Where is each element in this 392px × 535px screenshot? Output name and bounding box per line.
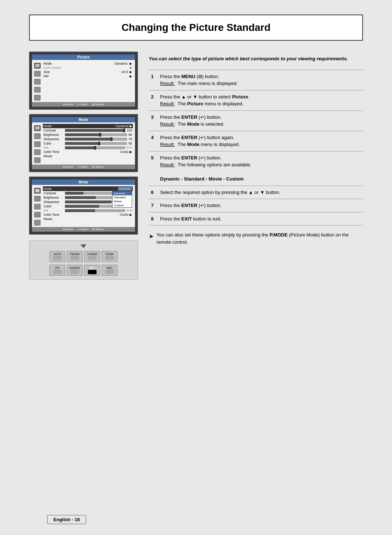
svg-rect-26 — [37, 161, 38, 162]
svg-rect-31 — [38, 213, 39, 214]
remote-btn-pmode: P.MODE — [67, 251, 83, 262]
svg-rect-24 — [38, 153, 39, 154]
menu-row-colorcontrol: Color Control ▶ — [43, 66, 133, 70]
svg-rect-3 — [36, 73, 37, 74]
svg-rect-30 — [36, 213, 37, 214]
step-num-5: 5 — [149, 151, 158, 186]
icon-support-3 — [34, 220, 41, 226]
left-column: Picture — [29, 52, 138, 280]
step-num-8: 8 — [149, 212, 158, 226]
note-text: You can also set these options simply by… — [156, 231, 363, 246]
svg-marker-18 — [37, 135, 38, 138]
step-num-3: 3 — [149, 110, 158, 131]
page: Changing the Picture Standard Picture — [0, 0, 392, 535]
step-row-4: 4 Press the ENTER (↵) button again. Resu… — [149, 131, 363, 151]
svg-rect-11 — [38, 90, 39, 91]
step-content-4: Press the ENTER (↵) button again. Result… — [158, 131, 363, 151]
step-row-8: 8 Press the EXIT button to exit. — [149, 212, 363, 226]
remote-arrow-icon — [81, 244, 86, 248]
footer: English - 16 — [47, 515, 86, 524]
svg-point-32 — [36, 221, 38, 223]
icon-support-2 — [34, 157, 41, 163]
menu-row-mode: Mode : Dynamic ▶ — [43, 61, 133, 66]
menu-row-colortone: Color Tone : Cool1 ▶ — [43, 150, 133, 154]
step-row-3: 3 Press the ENTER (↵) button. Result: Th… — [149, 110, 363, 131]
icon-sound — [34, 71, 41, 77]
screen2-menu: Mode : Dynamic ▶ Contrast 100 Brightness… — [43, 124, 133, 163]
menu-row-brightness: Brightness 90 — [43, 133, 133, 137]
svg-marker-4 — [37, 72, 38, 75]
note-box: ➤ You can also set these options simply … — [149, 231, 363, 246]
screen1-footer: ⊕ Move ↵ Enter ⊞ Return — [32, 102, 135, 107]
tint-bar — [65, 146, 125, 149]
svg-rect-8 — [36, 88, 37, 89]
menu-row-contrast: Contrast 100 — [43, 128, 133, 133]
icon-picture — [34, 63, 41, 69]
screen-mockup-1: Picture — [29, 52, 138, 110]
remote-btn-source: SOURCE — [67, 265, 83, 276]
menu-row-tint: Tint R 50 — [43, 146, 133, 150]
step-content-8: Press the EXIT button to exit. — [158, 212, 363, 226]
svg-rect-23 — [36, 153, 37, 154]
remote-control: AUTO P.MODE S.MODE P.SIZE — [29, 240, 138, 280]
screen1-icons — [34, 61, 41, 101]
icon-sound-3 — [34, 196, 41, 202]
remote-row-2: PIP SOURCE ▶CT MDC — [49, 265, 118, 276]
icon-support — [34, 95, 41, 101]
svg-point-12 — [36, 96, 38, 98]
remote-btn-smode: S.MODE — [84, 251, 100, 262]
svg-point-25 — [36, 159, 38, 161]
step-num-4: 4 — [149, 131, 158, 151]
svg-rect-17 — [36, 135, 37, 137]
svg-rect-13 — [37, 99, 38, 100]
icon-picture-3 — [34, 188, 41, 194]
step-num-2: 2 — [149, 90, 158, 110]
remote-btn-psize: P.SIZE — [102, 251, 118, 262]
icon-channel — [34, 79, 41, 85]
svg-rect-10 — [36, 90, 37, 91]
dropdown-movie: Movie — [113, 199, 132, 203]
screen3-reset: Reset — [43, 217, 133, 221]
step-num-7: 7 — [149, 199, 158, 212]
svg-rect-22 — [38, 151, 39, 152]
menu-row-reset: Reset — [43, 154, 133, 158]
options-text: Dynamic - Standard - Movie - Custom — [160, 176, 244, 182]
remote-row-1: AUTO P.MODE S.MODE P.SIZE — [49, 251, 118, 262]
step-content-3: Press the ENTER (↵) button. Result: The … — [158, 110, 363, 131]
menu-row-size: Size : 16:9 ▶ — [43, 70, 133, 74]
screen-mockup-3: Mode — [29, 177, 138, 235]
menu-row-pip: PIP ▶ — [43, 74, 133, 78]
content-area: Picture — [29, 52, 363, 280]
remote-btn-pip: PIP — [49, 265, 65, 276]
screen2-content: Mode : Dynamic ▶ Contrast 100 Brightness… — [32, 122, 135, 165]
step-content-2: Press the ▲ or ▼ button to select Pictur… — [158, 90, 363, 110]
color-bar — [65, 142, 127, 145]
screen3-menu: Mode Dynamic Dynamic Standard Movie Cust… — [43, 186, 133, 226]
remote-btn-auto: AUTO — [49, 251, 65, 262]
icon-channel-2 — [34, 141, 41, 147]
screen3-icons — [34, 186, 41, 226]
screen1-menu: Mode : Dynamic ▶ Color Control ▶ Size : … — [43, 61, 133, 101]
note-arrow-icon: ➤ — [149, 232, 154, 241]
svg-point-7 — [37, 81, 38, 82]
remote-btn-mdc: MDC — [102, 265, 118, 276]
icon-channel-3 — [34, 204, 41, 210]
right-column: You can select the type of picture which… — [149, 52, 363, 280]
icon-picture-2 — [34, 125, 41, 131]
screen2-footer: ⊕ Move ↵ Enter ⊞ Return — [32, 165, 135, 169]
screen2-title: Mode — [32, 117, 135, 122]
contrast-bar — [65, 129, 125, 132]
title-section: Changing the Picture Standard — [29, 15, 363, 41]
screen-mockup-2: Mode — [29, 114, 138, 172]
icon-sound-2 — [34, 133, 41, 139]
brightness-bar — [65, 133, 127, 136]
footer-box: English - 16 — [47, 515, 86, 524]
step-row-2: 2 Press the ▲ or ▼ button to select Pict… — [149, 90, 363, 110]
screen3-footer: ⊕ Move ↵ Enter ⊞ Return — [32, 227, 135, 232]
svg-rect-28 — [36, 198, 37, 199]
step-content-1: Press the MENU (⊞) button. Result: The m… — [158, 70, 363, 90]
svg-rect-27 — [35, 189, 40, 192]
step-row-6: 6 Select the required option by pressing… — [149, 186, 363, 199]
screen1-title: Picture — [32, 54, 135, 60]
dropdown-overlay: Dynamic Standard Movie Custom — [112, 191, 132, 208]
